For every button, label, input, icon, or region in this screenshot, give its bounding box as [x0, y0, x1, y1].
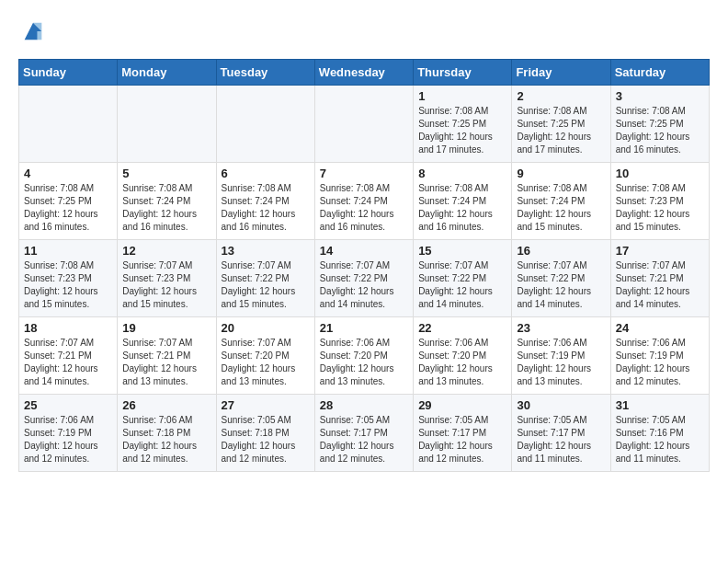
calendar-cell: 11Sunrise: 7:08 AM Sunset: 7:23 PM Dayli…: [19, 240, 118, 317]
day-info: Sunrise: 7:06 AM Sunset: 7:20 PM Dayligh…: [320, 337, 408, 388]
day-info: Sunrise: 7:08 AM Sunset: 7:25 PM Dayligh…: [616, 105, 704, 156]
day-info: Sunrise: 7:06 AM Sunset: 7:19 PM Dayligh…: [616, 337, 704, 388]
calendar-cell: [314, 86, 413, 163]
calendar-cell: 21Sunrise: 7:06 AM Sunset: 7:20 PM Dayli…: [314, 317, 413, 395]
weekday-header-row: SundayMondayTuesdayWednesdayThursdayFrid…: [19, 60, 710, 86]
day-number: 9: [517, 167, 605, 180]
calendar-cell: 3Sunrise: 7:08 AM Sunset: 7:25 PM Daylig…: [610, 86, 709, 163]
week-row-2: 4Sunrise: 7:08 AM Sunset: 7:25 PM Daylig…: [19, 163, 710, 240]
day-number: 17: [616, 244, 704, 258]
day-number: 28: [320, 398, 408, 412]
day-info: Sunrise: 7:07 AM Sunset: 7:21 PM Dayligh…: [122, 337, 210, 388]
week-row-1: 1Sunrise: 7:08 AM Sunset: 7:25 PM Daylig…: [19, 86, 710, 163]
weekday-monday: Monday: [118, 60, 216, 86]
day-number: 8: [418, 167, 506, 180]
day-info: Sunrise: 7:07 AM Sunset: 7:22 PM Dayligh…: [517, 259, 605, 311]
day-number: 23: [517, 321, 605, 335]
calendar-cell: 15Sunrise: 7:07 AM Sunset: 7:22 PM Dayli…: [414, 240, 512, 317]
day-number: 5: [122, 167, 210, 180]
day-info: Sunrise: 7:07 AM Sunset: 7:21 PM Dayligh…: [24, 337, 112, 388]
day-info: Sunrise: 7:05 AM Sunset: 7:17 PM Dayligh…: [517, 414, 605, 465]
calendar-cell: 26Sunrise: 7:06 AM Sunset: 7:18 PM Dayli…: [118, 395, 216, 472]
day-info: Sunrise: 7:06 AM Sunset: 7:19 PM Dayligh…: [517, 337, 605, 388]
calendar-cell: 12Sunrise: 7:07 AM Sunset: 7:23 PM Dayli…: [118, 240, 216, 317]
week-row-3: 11Sunrise: 7:08 AM Sunset: 7:23 PM Dayli…: [19, 240, 710, 317]
logo: [18, 18, 46, 48]
calendar-cell: 13Sunrise: 7:07 AM Sunset: 7:22 PM Dayli…: [216, 240, 314, 317]
calendar-cell: 4Sunrise: 7:08 AM Sunset: 7:25 PM Daylig…: [19, 163, 118, 240]
day-number: 10: [616, 167, 704, 180]
day-number: 22: [418, 321, 506, 335]
day-number: 30: [517, 398, 605, 412]
calendar-cell: [19, 86, 118, 163]
calendar-cell: 2Sunrise: 7:08 AM Sunset: 7:25 PM Daylig…: [512, 86, 610, 163]
day-number: 7: [320, 167, 408, 180]
day-number: 15: [418, 244, 506, 258]
day-info: Sunrise: 7:08 AM Sunset: 7:24 PM Dayligh…: [418, 182, 506, 234]
day-number: 6: [222, 167, 310, 180]
day-number: 29: [418, 398, 506, 412]
day-info: Sunrise: 7:08 AM Sunset: 7:23 PM Dayligh…: [616, 182, 704, 234]
day-number: 20: [222, 321, 310, 335]
day-number: 26: [122, 398, 210, 412]
day-info: Sunrise: 7:07 AM Sunset: 7:20 PM Dayligh…: [222, 337, 310, 388]
calendar-cell: 19Sunrise: 7:07 AM Sunset: 7:21 PM Dayli…: [118, 317, 216, 395]
header: [18, 18, 710, 48]
page: SundayMondayTuesdayWednesdayThursdayFrid…: [0, 0, 728, 481]
weekday-friday: Friday: [512, 60, 610, 86]
calendar-cell: 25Sunrise: 7:06 AM Sunset: 7:19 PM Dayli…: [19, 395, 118, 472]
day-number: 19: [122, 321, 210, 335]
calendar-cell: 30Sunrise: 7:05 AM Sunset: 7:17 PM Dayli…: [512, 395, 610, 472]
day-info: Sunrise: 7:06 AM Sunset: 7:18 PM Dayligh…: [122, 414, 210, 465]
day-number: 21: [320, 321, 408, 335]
day-info: Sunrise: 7:05 AM Sunset: 7:16 PM Dayligh…: [616, 414, 704, 465]
calendar-cell: 27Sunrise: 7:05 AM Sunset: 7:18 PM Dayli…: [216, 395, 314, 472]
day-info: Sunrise: 7:06 AM Sunset: 7:19 PM Dayligh…: [24, 414, 112, 465]
day-info: Sunrise: 7:08 AM Sunset: 7:24 PM Dayligh…: [122, 182, 210, 234]
calendar-cell: 1Sunrise: 7:08 AM Sunset: 7:25 PM Daylig…: [414, 86, 512, 163]
day-number: 16: [517, 244, 605, 258]
day-info: Sunrise: 7:08 AM Sunset: 7:25 PM Dayligh…: [418, 105, 506, 156]
calendar-cell: 8Sunrise: 7:08 AM Sunset: 7:24 PM Daylig…: [414, 163, 512, 240]
day-info: Sunrise: 7:05 AM Sunset: 7:17 PM Dayligh…: [320, 414, 408, 465]
week-row-4: 18Sunrise: 7:07 AM Sunset: 7:21 PM Dayli…: [19, 317, 710, 395]
calendar-cell: 6Sunrise: 7:08 AM Sunset: 7:24 PM Daylig…: [216, 163, 314, 240]
day-info: Sunrise: 7:08 AM Sunset: 7:24 PM Dayligh…: [517, 182, 605, 234]
day-info: Sunrise: 7:05 AM Sunset: 7:18 PM Dayligh…: [222, 414, 310, 465]
calendar-cell: 10Sunrise: 7:08 AM Sunset: 7:23 PM Dayli…: [610, 163, 709, 240]
calendar-cell: [216, 86, 314, 163]
day-number: 27: [222, 398, 310, 412]
day-number: 11: [24, 244, 112, 258]
day-number: 12: [122, 244, 210, 258]
calendar-cell: 29Sunrise: 7:05 AM Sunset: 7:17 PM Dayli…: [414, 395, 512, 472]
calendar-cell: 7Sunrise: 7:08 AM Sunset: 7:24 PM Daylig…: [314, 163, 413, 240]
day-info: Sunrise: 7:07 AM Sunset: 7:22 PM Dayligh…: [320, 259, 408, 311]
day-number: 3: [616, 89, 704, 103]
day-info: Sunrise: 7:08 AM Sunset: 7:23 PM Dayligh…: [24, 259, 112, 311]
day-number: 2: [517, 89, 605, 103]
calendar-cell: 18Sunrise: 7:07 AM Sunset: 7:21 PM Dayli…: [19, 317, 118, 395]
day-number: 4: [24, 167, 112, 180]
calendar-cell: 24Sunrise: 7:06 AM Sunset: 7:19 PM Dayli…: [610, 317, 709, 395]
day-info: Sunrise: 7:07 AM Sunset: 7:21 PM Dayligh…: [616, 259, 704, 311]
weekday-thursday: Thursday: [414, 60, 512, 86]
weekday-sunday: Sunday: [19, 60, 118, 86]
weekday-wednesday: Wednesday: [314, 60, 413, 86]
day-number: 25: [24, 398, 112, 412]
calendar-cell: 17Sunrise: 7:07 AM Sunset: 7:21 PM Dayli…: [610, 240, 709, 317]
calendar-cell: 14Sunrise: 7:07 AM Sunset: 7:22 PM Dayli…: [314, 240, 413, 317]
day-info: Sunrise: 7:08 AM Sunset: 7:24 PM Dayligh…: [320, 182, 408, 234]
logo-icon: [20, 18, 46, 44]
weekday-tuesday: Tuesday: [216, 60, 314, 86]
day-info: Sunrise: 7:07 AM Sunset: 7:23 PM Dayligh…: [122, 259, 210, 311]
week-row-5: 25Sunrise: 7:06 AM Sunset: 7:19 PM Dayli…: [19, 395, 710, 472]
calendar: SundayMondayTuesdayWednesdayThursdayFrid…: [18, 59, 710, 472]
day-info: Sunrise: 7:08 AM Sunset: 7:24 PM Dayligh…: [222, 182, 310, 234]
calendar-cell: 22Sunrise: 7:06 AM Sunset: 7:20 PM Dayli…: [414, 317, 512, 395]
day-number: 31: [616, 398, 704, 412]
day-info: Sunrise: 7:07 AM Sunset: 7:22 PM Dayligh…: [222, 259, 310, 311]
weekday-saturday: Saturday: [610, 60, 709, 86]
calendar-cell: 16Sunrise: 7:07 AM Sunset: 7:22 PM Dayli…: [512, 240, 610, 317]
calendar-cell: 5Sunrise: 7:08 AM Sunset: 7:24 PM Daylig…: [118, 163, 216, 240]
day-number: 18: [24, 321, 112, 335]
